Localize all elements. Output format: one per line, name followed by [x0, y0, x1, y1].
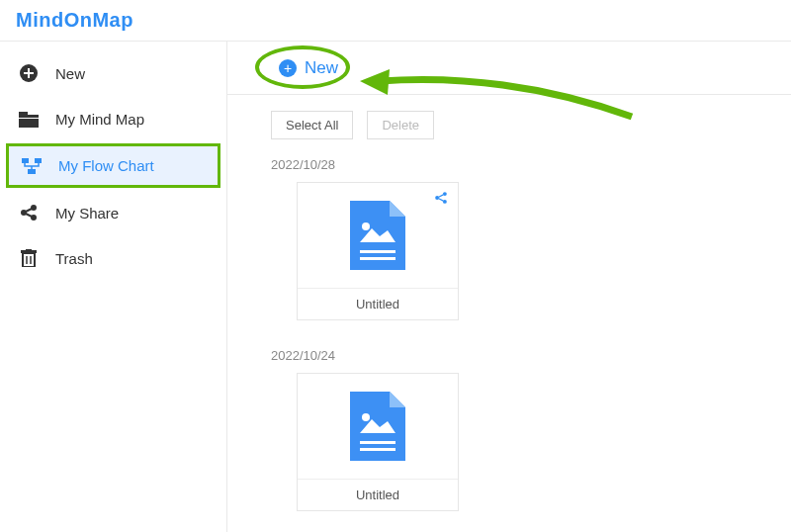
folder-icon: [18, 112, 40, 128]
group-date: 2022/10/28: [227, 153, 791, 182]
plus-circle-icon: [18, 63, 40, 83]
svg-line-13: [26, 214, 32, 217]
sidebar-item-label: My Flow Chart: [58, 157, 154, 174]
svg-rect-6: [22, 158, 29, 163]
sidebar-item-new[interactable]: New: [0, 49, 226, 97]
new-button-label: New: [305, 58, 338, 78]
svg-rect-32: [360, 448, 396, 451]
svg-line-23: [439, 195, 444, 197]
svg-rect-27: [360, 250, 396, 253]
card-thumb: [298, 183, 458, 288]
toolbar: Select All Delete: [227, 95, 791, 153]
svg-rect-8: [28, 169, 36, 174]
svg-point-20: [435, 196, 439, 200]
card-title: Untitled: [298, 479, 458, 510]
new-button[interactable]: + New: [271, 54, 346, 82]
svg-point-21: [443, 192, 447, 196]
app-layout: New My Mind Map My Flow Chart My Share T: [0, 42, 791, 532]
main-panel: + New Select All Delete 2022/10/28: [227, 42, 791, 532]
sidebar-item-share[interactable]: My Share: [0, 190, 226, 235]
sidebar-item-label: Trash: [55, 250, 93, 267]
file-card[interactable]: Untitled: [297, 373, 459, 511]
select-all-button[interactable]: Select All: [271, 111, 353, 139]
sidebar-item-trash[interactable]: Trash: [0, 235, 226, 281]
svg-point-22: [443, 200, 447, 204]
app-logo: MindOnMap: [16, 9, 133, 32]
share-icon[interactable]: [434, 191, 448, 209]
svg-rect-2: [24, 72, 34, 74]
main-top-bar: + New: [227, 42, 791, 95]
svg-rect-16: [26, 249, 32, 251]
svg-point-29: [362, 413, 370, 421]
plus-icon: +: [279, 59, 297, 77]
card-thumb: [298, 374, 458, 479]
card-title: Untitled: [298, 288, 458, 319]
sidebar-item-flowchart[interactable]: My Flow Chart: [6, 143, 220, 188]
file-card[interactable]: Untitled: [297, 182, 459, 320]
svg-rect-5: [19, 118, 39, 119]
share-icon: [18, 204, 40, 222]
svg-rect-28: [360, 257, 396, 260]
svg-rect-31: [360, 441, 396, 444]
group-date: 2022/10/24: [227, 344, 791, 373]
svg-rect-14: [23, 253, 35, 267]
svg-line-12: [26, 209, 32, 212]
sidebar-item-mindmap[interactable]: My Mind Map: [0, 97, 226, 141]
sidebar-item-label: My Share: [55, 205, 119, 222]
card-row: Untitled: [227, 373, 791, 532]
document-icon: [350, 201, 405, 270]
sidebar: New My Mind Map My Flow Chart My Share T: [0, 42, 227, 532]
flowchart-icon: [21, 158, 43, 174]
svg-rect-7: [35, 158, 42, 163]
trash-icon: [18, 249, 40, 267]
sidebar-item-label: My Mind Map: [55, 111, 144, 128]
sidebar-item-label: New: [55, 65, 85, 82]
svg-rect-4: [19, 112, 28, 117]
svg-marker-19: [360, 69, 390, 95]
card-row: Untitled: [227, 182, 791, 344]
svg-point-25: [362, 222, 370, 230]
document-icon: [350, 392, 405, 461]
svg-line-24: [439, 199, 444, 201]
app-header: MindOnMap: [0, 0, 791, 42]
delete-button[interactable]: Delete: [367, 111, 434, 139]
